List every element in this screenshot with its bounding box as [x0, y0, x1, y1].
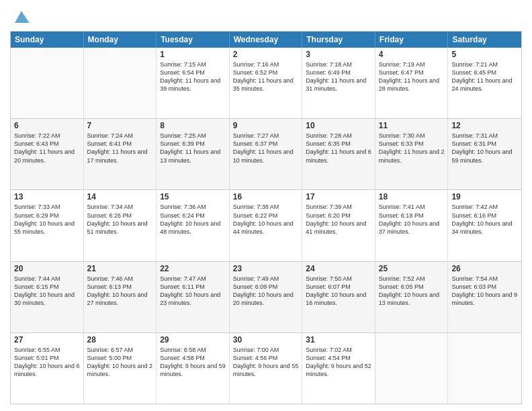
day-info: Sunrise: 7:39 AMSunset: 6:20 PMDaylight:… [306, 203, 371, 236]
day-cell-11: 11Sunrise: 7:30 AMSunset: 6:33 PMDayligh… [375, 119, 449, 189]
day-cell-28: 28Sunrise: 6:57 AMSunset: 5:00 PMDayligh… [84, 333, 157, 404]
week-row-3: 13Sunrise: 7:33 AMSunset: 6:29 PMDayligh… [11, 189, 521, 261]
day-info: Sunrise: 7:41 AMSunset: 6:18 PMDaylight:… [379, 203, 445, 236]
day-header-saturday: Saturday [448, 32, 521, 48]
day-number: 4 [379, 50, 445, 59]
day-info: Sunrise: 7:28 AMSunset: 6:35 PMDaylight:… [306, 132, 371, 165]
day-cell-29: 29Sunrise: 6:58 AMSunset: 4:58 PMDayligh… [157, 333, 230, 404]
day-cell-17: 17Sunrise: 7:39 AMSunset: 6:20 PMDayligh… [302, 190, 375, 261]
day-number: 9 [233, 121, 299, 130]
empty-cell [448, 333, 521, 404]
day-number: 11 [379, 121, 445, 130]
day-cell-27: 27Sunrise: 6:55 AMSunset: 5:01 PMDayligh… [11, 333, 84, 404]
day-cell-23: 23Sunrise: 7:49 AMSunset: 6:09 PMDayligh… [230, 262, 303, 332]
day-info: Sunrise: 6:58 AMSunset: 4:58 PMDaylight:… [160, 346, 226, 379]
day-info: Sunrise: 7:18 AMSunset: 6:49 PMDaylight:… [306, 60, 371, 93]
day-info: Sunrise: 6:55 AMSunset: 5:01 PMDaylight:… [14, 346, 80, 379]
logo [10, 7, 31, 26]
day-cell-20: 20Sunrise: 7:44 AMSunset: 6:15 PMDayligh… [11, 262, 84, 332]
day-info: Sunrise: 7:49 AMSunset: 6:09 PMDaylight:… [233, 275, 299, 308]
day-cell-9: 9Sunrise: 7:27 AMSunset: 6:37 PMDaylight… [230, 119, 303, 189]
day-cell-16: 16Sunrise: 7:38 AMSunset: 6:22 PMDayligh… [230, 190, 303, 261]
day-number: 30 [233, 335, 299, 345]
day-cell-22: 22Sunrise: 7:47 AMSunset: 6:11 PMDayligh… [157, 262, 230, 332]
day-number: 23 [233, 264, 299, 273]
day-number: 22 [160, 264, 226, 273]
empty-cell [375, 333, 449, 404]
day-cell-10: 10Sunrise: 7:28 AMSunset: 6:35 PMDayligh… [302, 119, 375, 189]
day-info: Sunrise: 7:31 AMSunset: 6:31 PMDaylight:… [451, 132, 518, 165]
day-cell-15: 15Sunrise: 7:36 AMSunset: 6:24 PMDayligh… [157, 190, 230, 261]
calendar: SundayMondayTuesdayWednesdayThursdayFrid… [10, 31, 522, 404]
day-info: Sunrise: 7:46 AMSunset: 6:13 PMDaylight:… [87, 275, 153, 308]
day-info: Sunrise: 7:50 AMSunset: 6:07 PMDaylight:… [306, 275, 371, 308]
day-cell-6: 6Sunrise: 7:22 AMSunset: 6:43 PMDaylight… [11, 119, 84, 189]
day-info: Sunrise: 7:00 AMSunset: 4:56 PMDaylight:… [233, 346, 299, 379]
day-info: Sunrise: 7:21 AMSunset: 6:45 PMDaylight:… [451, 60, 518, 93]
day-cell-26: 26Sunrise: 7:54 AMSunset: 6:03 PMDayligh… [448, 262, 521, 332]
day-cell-5: 5Sunrise: 7:21 AMSunset: 6:45 PMDaylight… [448, 48, 521, 118]
day-number: 28 [87, 335, 153, 345]
day-number: 1 [160, 50, 226, 59]
day-cell-4: 4Sunrise: 7:19 AMSunset: 6:47 PMDaylight… [375, 48, 449, 118]
week-row-1: 1Sunrise: 7:15 AMSunset: 6:54 PMDaylight… [11, 48, 521, 118]
day-number: 27 [14, 335, 80, 345]
day-cell-1: 1Sunrise: 7:15 AMSunset: 6:54 PMDaylight… [157, 48, 230, 118]
day-header-sunday: Sunday [11, 32, 84, 48]
logo-icon [12, 7, 31, 26]
day-info: Sunrise: 7:15 AMSunset: 6:54 PMDaylight:… [160, 60, 226, 93]
day-header-tuesday: Tuesday [157, 32, 230, 48]
day-number: 16 [233, 192, 299, 201]
day-cell-31: 31Sunrise: 7:02 AMSunset: 4:54 PMDayligh… [302, 333, 375, 404]
day-cell-13: 13Sunrise: 7:33 AMSunset: 6:29 PMDayligh… [11, 190, 84, 261]
day-cell-2: 2Sunrise: 7:16 AMSunset: 6:52 PMDaylight… [230, 48, 303, 118]
day-number: 10 [306, 121, 371, 130]
page-header [10, 7, 522, 26]
day-header-thursday: Thursday [302, 32, 375, 48]
week-row-2: 6Sunrise: 7:22 AMSunset: 6:43 PMDaylight… [11, 118, 521, 189]
day-number: 15 [160, 192, 226, 201]
day-number: 6 [14, 121, 80, 130]
day-header-wednesday: Wednesday [230, 32, 303, 48]
day-number: 3 [306, 50, 371, 59]
day-info: Sunrise: 7:16 AMSunset: 6:52 PMDaylight:… [233, 60, 299, 93]
day-info: Sunrise: 7:47 AMSunset: 6:11 PMDaylight:… [160, 275, 226, 308]
week-row-4: 20Sunrise: 7:44 AMSunset: 6:15 PMDayligh… [11, 261, 521, 332]
day-number: 21 [87, 264, 153, 273]
day-number: 19 [451, 192, 518, 201]
day-cell-12: 12Sunrise: 7:31 AMSunset: 6:31 PMDayligh… [448, 119, 521, 189]
day-number: 14 [87, 192, 153, 201]
day-number: 12 [451, 121, 518, 130]
calendar-body: 1Sunrise: 7:15 AMSunset: 6:54 PMDaylight… [11, 48, 521, 404]
day-number: 17 [306, 192, 371, 201]
day-number: 20 [14, 264, 80, 273]
day-cell-14: 14Sunrise: 7:34 AMSunset: 6:26 PMDayligh… [84, 190, 157, 261]
day-number: 18 [379, 192, 445, 201]
day-info: Sunrise: 7:30 AMSunset: 6:33 PMDaylight:… [379, 132, 445, 165]
day-cell-8: 8Sunrise: 7:25 AMSunset: 6:39 PMDaylight… [157, 119, 230, 189]
day-number: 26 [451, 264, 518, 273]
day-number: 25 [379, 264, 445, 273]
day-info: Sunrise: 7:44 AMSunset: 6:15 PMDaylight:… [14, 275, 80, 308]
day-cell-3: 3Sunrise: 7:18 AMSunset: 6:49 PMDaylight… [302, 48, 375, 118]
day-cell-7: 7Sunrise: 7:24 AMSunset: 6:41 PMDaylight… [84, 119, 157, 189]
day-info: Sunrise: 7:33 AMSunset: 6:29 PMDaylight:… [14, 203, 80, 236]
day-info: Sunrise: 7:22 AMSunset: 6:43 PMDaylight:… [14, 132, 80, 165]
day-info: Sunrise: 7:36 AMSunset: 6:24 PMDaylight:… [160, 203, 226, 236]
day-cell-21: 21Sunrise: 7:46 AMSunset: 6:13 PMDayligh… [84, 262, 157, 332]
day-header-friday: Friday [375, 32, 449, 48]
day-info: Sunrise: 6:57 AMSunset: 5:00 PMDaylight:… [87, 346, 153, 379]
day-info: Sunrise: 7:54 AMSunset: 6:03 PMDaylight:… [451, 275, 518, 308]
day-number: 7 [87, 121, 153, 130]
week-row-5: 27Sunrise: 6:55 AMSunset: 5:01 PMDayligh… [11, 332, 521, 404]
day-number: 24 [306, 264, 371, 273]
day-number: 2 [233, 50, 299, 59]
calendar-header: SundayMondayTuesdayWednesdayThursdayFrid… [11, 32, 521, 48]
day-cell-18: 18Sunrise: 7:41 AMSunset: 6:18 PMDayligh… [375, 190, 449, 261]
day-cell-24: 24Sunrise: 7:50 AMSunset: 6:07 PMDayligh… [302, 262, 375, 332]
day-header-monday: Monday [84, 32, 157, 48]
empty-cell [84, 48, 157, 118]
day-info: Sunrise: 7:52 AMSunset: 6:05 PMDaylight:… [379, 275, 445, 308]
day-cell-30: 30Sunrise: 7:00 AMSunset: 4:56 PMDayligh… [230, 333, 303, 404]
day-number: 13 [14, 192, 80, 201]
